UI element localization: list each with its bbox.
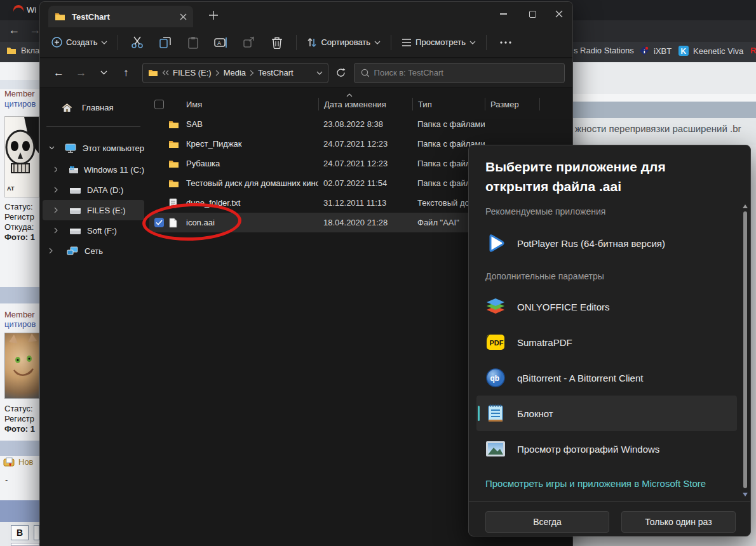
explorer-tab[interactable]: TestChart [48, 6, 193, 27]
browser-tab-title[interactable]: Wi [27, 5, 36, 15]
scroll-up-icon[interactable] [742, 204, 748, 209]
file-date: 31.12.2011 11:13 [318, 198, 412, 208]
file-date: 18.04.2020 21:28 [318, 218, 412, 227]
recent-locations-button[interactable] [93, 63, 113, 83]
bookmark-keenetic[interactable]: K Keenetic Viva [678, 46, 743, 56]
app-item-photo-viewer[interactable]: Просмотр фотографий Windows [476, 431, 737, 467]
app-item-sumatrapdf[interactable]: PDF SumatraPDF [476, 324, 737, 360]
refresh-button[interactable] [331, 63, 351, 83]
chevron-right-icon[interactable] [54, 207, 58, 213]
new-tab-icon[interactable] [209, 11, 218, 20]
close-button[interactable] [544, 3, 573, 25]
format-button-partial[interactable] [34, 525, 39, 540]
breadcrumb-media[interactable]: Media [224, 68, 246, 77]
share-button[interactable] [235, 32, 263, 53]
screenshot-root: Wi ← → Вкла s Radio Stations i iXBT K Ke… [0, 0, 756, 546]
sort-button[interactable]: Сортировать [302, 32, 386, 53]
view-button-label: Просмотреть [415, 37, 466, 47]
copy-icon [159, 36, 172, 49]
column-header-size[interactable]: Размер [485, 98, 539, 110]
bookmark-folder[interactable]: Вкла [6, 46, 39, 55]
table-row[interactable]: SAB 23.08.2022 8:38 Папка с файлами [149, 114, 571, 134]
sidebar-item-drive-e[interactable]: FILES (E:) [43, 200, 144, 220]
scroll-down-icon[interactable] [742, 492, 748, 497]
notepad-icon [485, 403, 506, 423]
once-button[interactable]: Только один раз [621, 511, 736, 533]
bookmark-r[interactable]: R [750, 46, 756, 55]
app-item-notepad[interactable]: Блокнот [476, 396, 737, 431]
sort-button-label: Сортировать [321, 37, 370, 47]
forum-new-post[interactable]: Нов [3, 457, 34, 467]
chevron-right-icon[interactable] [54, 227, 58, 234]
cut-button[interactable] [123, 32, 151, 53]
breadcrumb-drive[interactable]: FILES (E:) [173, 68, 212, 77]
address-bar[interactable]: FILES (E:) Media TestChart [142, 63, 328, 83]
search-box[interactable] [354, 63, 565, 83]
bookmark-ixbt[interactable]: i iXBT [639, 46, 672, 56]
maximize-button[interactable] [518, 3, 547, 25]
bookmark-radio-stations[interactable]: s Radio Stations [574, 46, 634, 55]
file-name: Рубашка [181, 159, 318, 168]
delete-button[interactable] [263, 32, 291, 53]
bookmark-label: R [750, 46, 756, 55]
chevron-right-icon[interactable] [54, 187, 58, 193]
post1-from-label: Откуда: [4, 222, 34, 232]
chevron-down-icon[interactable] [316, 71, 323, 75]
svg-text:PDF: PDF [490, 339, 504, 347]
sidebar-drive-c-label: Windows 11 (C:) [84, 165, 144, 175]
rename-button[interactable]: A [207, 32, 235, 53]
chevron-right-icon [250, 70, 254, 76]
cut-icon [131, 36, 144, 49]
sidebar-item-drive-d[interactable]: DATA (D:) [43, 180, 144, 200]
back-button[interactable]: ← [49, 63, 69, 83]
paste-button[interactable] [179, 32, 207, 53]
toolbar-divider [486, 35, 487, 50]
file-name: Тестовый диск для домашних кинот... [181, 178, 318, 188]
app-item-qbittorrent[interactable]: qb qBittorrent - A Bittorrent Client [476, 360, 737, 396]
reply-input-edge[interactable] [11, 543, 39, 546]
bold-format-button[interactable]: B [11, 525, 29, 540]
breadcrumb-testchart[interactable]: TestChart [258, 68, 294, 77]
folder-icon [168, 179, 179, 188]
search-icon [361, 69, 369, 77]
chevron-right-icon[interactable] [49, 248, 53, 254]
bookmark-label: iXBT [654, 46, 672, 56]
app-item-onlyoffice[interactable]: ONLYOFFICE Editors [476, 289, 737, 324]
browser-back-button[interactable]: ← [8, 24, 20, 36]
sidebar-drive-d-label: DATA (D:) [87, 185, 123, 195]
tab-close-icon[interactable] [180, 13, 187, 20]
sidebar-item-network[interactable]: Сеть [43, 241, 144, 261]
up-button[interactable]: ↑ [116, 63, 136, 83]
chevron-down-icon[interactable] [49, 146, 55, 150]
more-options-button[interactable] [492, 32, 520, 53]
post1-registration-label: Регистр [4, 212, 34, 222]
select-all-checkbox[interactable] [154, 100, 164, 109]
app-label: Блокнот [517, 408, 553, 419]
always-button[interactable]: Всегда [485, 511, 609, 533]
column-header-name[interactable]: Имя [181, 98, 318, 110]
column-header-type[interactable]: Тип [412, 98, 485, 110]
forward-button[interactable]: → [71, 63, 91, 83]
ellipsis-icon [500, 41, 511, 44]
view-button[interactable]: Просмотреть [396, 32, 481, 53]
search-input[interactable] [374, 68, 558, 77]
column-header-date[interactable]: Дата изменения [318, 98, 412, 110]
minimize-button[interactable] [489, 3, 518, 25]
microsoft-store-link[interactable]: Просмотреть игры и приложения в Microsof… [485, 478, 706, 489]
app-item-potplayer[interactable]: PotPlayer Rus (64-битная версия) [476, 227, 737, 260]
sidebar-item-drive-f[interactable]: Soft (F:) [43, 220, 144, 241]
post2-registration-label: Регистр [4, 414, 34, 424]
recommended-section-label: Рекомендуемые приложения [485, 206, 605, 216]
post2-quote-link[interactable]: цитиров [4, 319, 36, 330]
scrollbar-thumb[interactable] [743, 211, 747, 488]
new-button[interactable]: Создать [46, 32, 112, 53]
sidebar-item-this-pc[interactable]: Этот компьютер [43, 138, 144, 158]
keenetic-icon: K [678, 46, 689, 56]
command-bar: Создать [40, 27, 573, 58]
sidebar-item-drive-c[interactable]: Windows 11 (C:) [43, 159, 144, 180]
sidebar-item-home[interactable]: Главная [43, 97, 144, 117]
post1-quote-link[interactable]: цитиров [4, 99, 36, 109]
copy-button[interactable] [151, 32, 179, 53]
potplayer-icon [485, 233, 506, 253]
chevron-right-icon[interactable] [54, 166, 57, 173]
